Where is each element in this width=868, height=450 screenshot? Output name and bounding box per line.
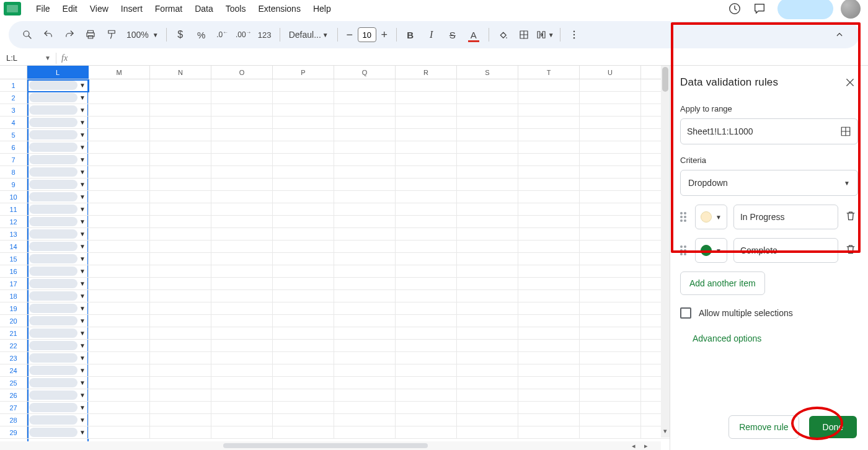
cell[interactable] [211,352,273,364]
cell[interactable] [89,104,150,117]
chip-caret-icon[interactable]: ▼ [79,255,86,262]
cell[interactable] [518,154,580,166]
format-123-button[interactable]: 123 [255,25,275,45]
cell[interactable] [457,364,518,377]
borders-button[interactable] [514,25,534,45]
cell[interactable] [457,265,518,278]
row-header[interactable]: 7 [0,154,27,166]
cell[interactable] [334,352,396,364]
dropdown-chip[interactable] [29,167,78,177]
cell[interactable] [396,315,457,327]
cell[interactable] [457,228,518,240]
cell[interactable] [273,315,334,327]
dropdown-chip[interactable] [29,329,78,338]
cell[interactable]: ▼ [27,340,89,352]
cell[interactable] [89,377,150,389]
chip-caret-icon[interactable]: ▼ [79,342,86,349]
cell[interactable] [211,154,273,166]
cell[interactable] [211,253,273,265]
cell[interactable]: ▼ [27,117,89,129]
strikethrough-button[interactable]: S [443,25,463,45]
row-header[interactable]: 20 [0,315,27,327]
row-header[interactable]: 17 [0,278,27,290]
cell[interactable]: ▼ [27,104,89,117]
italic-button[interactable]: I [422,25,441,45]
dropdown-chip[interactable] [29,304,78,313]
dropdown-chip[interactable] [29,229,78,239]
chip-caret-icon[interactable]: ▼ [79,94,86,101]
cell[interactable] [150,154,211,166]
cell[interactable] [580,240,641,253]
cell[interactable] [273,426,334,439]
cell[interactable] [580,352,641,364]
undo-icon[interactable] [38,25,58,45]
history-icon[interactable] [725,0,744,18]
cell[interactable] [334,179,396,191]
dropdown-chip[interactable] [29,217,78,226]
font-select[interactable]: Defaul...▼ [284,30,334,40]
chip-caret-icon[interactable]: ▼ [79,404,86,411]
font-size-input[interactable] [358,27,376,42]
cell[interactable]: ▼ [27,426,89,439]
cell[interactable] [334,154,396,166]
cell[interactable] [150,104,211,117]
cell[interactable] [396,327,457,340]
cell[interactable] [150,315,211,327]
cell[interactable] [518,340,580,352]
dropdown-chip[interactable] [29,415,78,425]
cell[interactable] [150,92,211,104]
cell[interactable] [150,377,211,389]
cell[interactable] [150,352,211,364]
cell[interactable] [580,117,641,129]
chip-caret-icon[interactable]: ▼ [79,417,86,423]
dropdown-chip[interactable] [29,316,78,325]
cell[interactable] [150,228,211,240]
cell[interactable] [518,117,580,129]
cell[interactable] [580,129,641,141]
cell[interactable] [518,79,580,92]
cell[interactable] [580,92,641,104]
row-header[interactable]: 13 [0,228,27,240]
cell[interactable]: ▼ [27,129,89,141]
cell[interactable] [334,104,396,117]
column-header-O[interactable]: O [211,66,273,79]
row-header[interactable]: 26 [0,389,27,402]
cell[interactable] [334,402,396,414]
chip-caret-icon[interactable]: ▼ [79,293,86,299]
cell[interactable]: ▼ [27,253,89,265]
cell[interactable] [150,364,211,377]
row-header[interactable]: 22 [0,340,27,352]
menu-file[interactable]: File [30,1,56,16]
collapse-toolbar-icon[interactable] [830,25,849,45]
cell[interactable] [334,166,396,179]
select-range-icon[interactable] [840,126,851,137]
option-color-select[interactable]: ▼ [695,238,727,263]
row-header[interactable]: 12 [0,216,27,228]
cell[interactable] [273,278,334,290]
chip-caret-icon[interactable]: ▼ [79,243,86,250]
row-header[interactable]: 10 [0,191,27,203]
font-size-increase[interactable]: + [376,29,392,42]
cell[interactable] [150,203,211,216]
cell[interactable]: ▼ [27,414,89,426]
option-color-select[interactable]: ▼ [695,205,727,229]
cell[interactable] [334,340,396,352]
cell[interactable] [396,278,457,290]
cell[interactable] [518,389,580,402]
cell[interactable] [457,141,518,154]
chip-caret-icon[interactable]: ▼ [79,305,86,312]
dropdown-chip[interactable] [29,105,78,115]
cell[interactable] [211,389,273,402]
menu-extensions[interactable]: Extensions [252,1,306,16]
cell[interactable] [273,179,334,191]
cell[interactable] [150,79,211,92]
cell[interactable] [334,327,396,340]
cell[interactable] [89,315,150,327]
cell[interactable] [273,302,334,315]
cell[interactable] [457,340,518,352]
row-header[interactable]: 11 [0,203,27,216]
cell[interactable] [457,315,518,327]
cell[interactable] [150,290,211,302]
cell[interactable]: ▼ [27,278,89,290]
criteria-select[interactable]: Dropdown▼ [680,170,858,196]
